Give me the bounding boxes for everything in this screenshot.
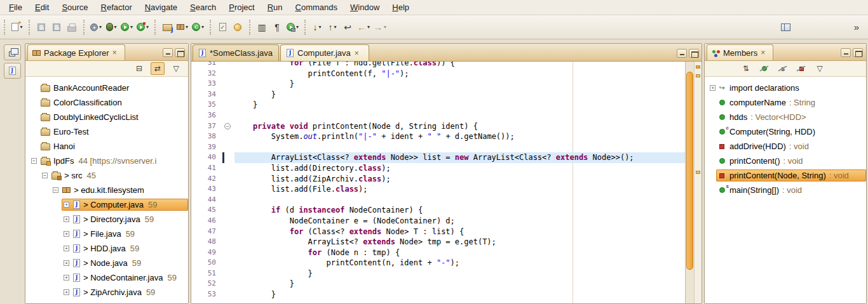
tree-item[interactable]: Euro-Test [25, 124, 188, 139]
code-line[interactable]: 36 [191, 110, 685, 121]
maximize-members-button[interactable] [853, 48, 863, 57]
menu-file[interactable]: File [3, 1, 29, 14]
run-coverage-button[interactable]: ▾ [135, 18, 151, 36]
print-button[interactable] [64, 18, 79, 36]
code-line[interactable]: 48 ArrayList<? extends Node> tmp = e.get… [191, 237, 685, 248]
fold-column[interactable] [220, 216, 234, 227]
code-line[interactable]: 42 list.add(ZipArchiv.class); [191, 174, 685, 185]
fold-column[interactable] [220, 289, 234, 300]
fold-column[interactable] [220, 184, 234, 195]
run-button[interactable]: ▾ [119, 18, 135, 36]
line-number[interactable]: 53 [191, 289, 220, 300]
fold-column[interactable] [220, 79, 234, 89]
line-number[interactable]: 36 [191, 110, 220, 121]
expand-icon[interactable]: + [64, 216, 69, 222]
overview-ruler[interactable] [694, 62, 702, 303]
fold-column[interactable] [220, 248, 234, 258]
line-number[interactable]: 35 [191, 100, 220, 110]
line-number[interactable]: 51 [191, 268, 220, 279]
line-number[interactable]: 50 [191, 258, 220, 268]
tree-item[interactable]: +> Directory.java59 [25, 212, 188, 227]
fold-column[interactable] [220, 268, 234, 279]
line-number[interactable]: 38 [191, 131, 220, 142]
code-line[interactable]: 44 [191, 195, 685, 206]
code-line[interactable]: 40 ArrayList<Class<? extends Node>> list… [191, 152, 685, 163]
member-item[interactable]: hdds : Vector<HDD> [705, 110, 866, 124]
line-number[interactable]: 41 [191, 163, 220, 174]
tree-item[interactable]: DoublyLinkedCyclicList [25, 110, 188, 124]
new-class-button[interactable]: ▾ [190, 18, 206, 36]
line-number[interactable]: 39 [191, 142, 220, 153]
expand-icon[interactable]: + [64, 202, 69, 208]
code-line[interactable]: 32 printContent(f, "|-"); [191, 69, 685, 79]
fold-column[interactable] [220, 258, 234, 268]
link-with-editor-button[interactable]: ⇄ [151, 62, 165, 75]
member-item[interactable]: smain(String[]) : void [705, 183, 866, 197]
view-menu-button[interactable]: ▽ [169, 62, 183, 75]
tree-item[interactable]: BankAccountReader [25, 81, 188, 95]
back-button[interactable]: ←▾ [355, 18, 372, 36]
package-explorer-tab[interactable]: Package Explorer [27, 44, 125, 60]
code-line[interactable]: 47 for (Class<? extends Node> T : list) … [191, 227, 685, 237]
line-number[interactable]: 40 [191, 152, 220, 163]
menu-edit[interactable]: Edit [29, 1, 55, 14]
perspective-button[interactable] [778, 18, 793, 36]
fold-column[interactable] [220, 227, 234, 237]
menu-navigate[interactable]: Navigate [139, 1, 184, 14]
show-paragraphs-button[interactable]: ¶ [269, 18, 285, 36]
external-tools-button[interactable]: ▾ [285, 18, 301, 36]
fold-column[interactable]: − [220, 121, 234, 132]
expand-icon[interactable]: + [64, 289, 69, 295]
open-task-button[interactable] [215, 18, 230, 36]
fold-column[interactable] [220, 100, 234, 110]
code-line[interactable]: 34 } [191, 89, 685, 100]
code-line[interactable]: 33 } [191, 79, 685, 89]
minimize-members-button[interactable] [841, 48, 851, 57]
code-line[interactable]: 31 for (File f : hdd.get(File.class)) { [191, 62, 685, 69]
line-number[interactable]: 32 [191, 69, 220, 79]
fold-column[interactable] [220, 89, 234, 100]
editor-tab[interactable]: *SomeClass.java [193, 44, 279, 61]
new-wizard-button[interactable]: ▾ [10, 18, 25, 36]
fold-column[interactable] [220, 69, 234, 79]
line-number[interactable]: 49 [191, 248, 220, 258]
tree-item[interactable]: +> Computer.java59 [25, 197, 188, 212]
line-number[interactable]: 48 [191, 237, 220, 248]
close-members-icon[interactable] [761, 49, 768, 56]
tree-item[interactable]: +> ZipArchiv.java59 [25, 285, 188, 300]
save-all-button[interactable] [49, 18, 64, 36]
menu-window[interactable]: Window [344, 1, 386, 14]
member-item[interactable]: addDrive(HDD) : void [705, 139, 866, 154]
line-number[interactable]: 44 [191, 195, 220, 206]
line-number[interactable]: 31 [191, 62, 220, 69]
member-item[interactable]: cComputer(String, HDD) [705, 124, 866, 139]
fold-column[interactable] [220, 131, 234, 142]
previous-annotation-button[interactable]: ↑▾ [325, 18, 340, 36]
expand-icon[interactable]: + [64, 231, 69, 237]
collapse-icon[interactable]: − [31, 158, 37, 164]
editor-scrollbar[interactable] [685, 62, 694, 303]
menu-source[interactable]: Source [55, 1, 94, 14]
next-annotation-button[interactable]: ↓▾ [309, 18, 325, 36]
tree-item[interactable]: Hanoi [25, 139, 188, 154]
hide-non-public-button[interactable] [794, 62, 808, 75]
close-tab-icon[interactable] [355, 49, 363, 58]
code-line[interactable]: 53 } [191, 289, 685, 300]
menu-search[interactable]: Search [184, 1, 222, 14]
expand-icon[interactable]: + [710, 85, 715, 91]
menu-project[interactable]: Project [222, 1, 261, 14]
code-line[interactable]: 51 } [191, 268, 685, 279]
code-line[interactable]: 45 if (d instanceof NodeContainer) { [191, 205, 685, 216]
hide-fields-button[interactable] [757, 62, 771, 75]
fold-column[interactable] [220, 163, 234, 174]
view-menu-button[interactable]: ▽ [813, 62, 827, 75]
fold-collapse-icon[interactable]: − [224, 123, 231, 129]
members-tab[interactable]: Members [707, 44, 773, 60]
tree-item[interactable]: −IpdFs44 [https://svnserver.i [25, 154, 188, 168]
toolbar-overflow-button[interactable]: » [849, 18, 864, 36]
new-package-button[interactable]: ▾ [175, 18, 190, 36]
code-line[interactable]: 35 } [191, 100, 685, 110]
code-line[interactable]: 50 printContent(n, ident + "-"); [191, 258, 685, 268]
line-number[interactable]: 46 [191, 216, 220, 227]
line-number[interactable]: 43 [191, 184, 220, 195]
